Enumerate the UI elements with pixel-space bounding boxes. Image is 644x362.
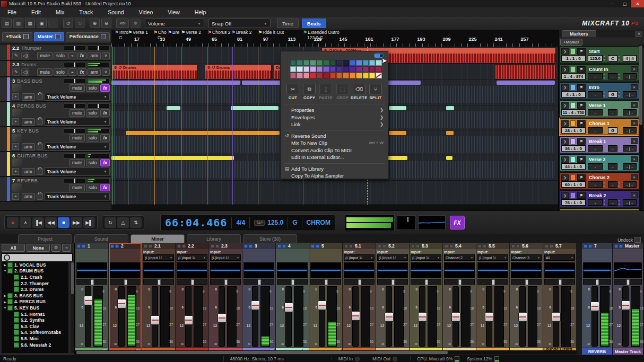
channel-pan-slider[interactable] xyxy=(544,279,575,285)
fader-track[interactable] xyxy=(152,286,158,347)
channel-pan-slider[interactable] xyxy=(143,279,174,285)
metronome-button[interactable]: △ xyxy=(117,217,129,228)
marker-expand-icon[interactable]: ❯ xyxy=(561,174,569,181)
marker-timesig-field[interactable]: - | - xyxy=(623,181,637,188)
master-eq-display[interactable] xyxy=(418,215,446,230)
midi-icon[interactable]: MIDI xyxy=(116,19,129,28)
track-volume-dropdown[interactable]: Track Volume▼ xyxy=(45,192,110,200)
marker-delete-icon[interactable]: ✕ xyxy=(631,120,638,126)
tree-checkbox[interactable] xyxy=(14,275,19,280)
reverb-row[interactable] xyxy=(111,180,558,205)
spinner-control[interactable] xyxy=(603,127,606,134)
color-swatch[interactable] xyxy=(363,60,369,66)
mixer-channel-1[interactable]: 10612∞9182736VOCAL BUS+ xyxy=(75,243,108,355)
go-to-start-button[interactable]: ▐◀ xyxy=(32,217,44,228)
fader-handle[interactable] xyxy=(84,296,93,305)
midi-clip-bar[interactable] xyxy=(126,131,280,135)
select-none-button[interactable]: None xyxy=(27,244,50,252)
channel-eq-display[interactable] xyxy=(143,262,174,278)
marker-key-field[interactable]: - xyxy=(608,181,617,188)
input-select[interactable]: All▼ xyxy=(544,254,575,261)
ruler-marker-flag[interactable]: ⚑Ride it Out xyxy=(258,30,284,35)
ruler-marker-flag[interactable]: ⚑Verse 2 xyxy=(181,30,201,35)
spinner-control[interactable] xyxy=(618,145,621,152)
fader-track[interactable] xyxy=(285,286,292,347)
lock-icon[interactable] xyxy=(37,143,43,150)
color-swatch[interactable] xyxy=(317,73,323,78)
solo-button[interactable]: solo xyxy=(54,68,67,76)
project-icon[interactable]: ▦ xyxy=(25,19,35,28)
copy-button[interactable]: ⧉COPY xyxy=(301,84,317,100)
marker-expand-icon[interactable]: ❯ xyxy=(561,66,569,73)
marker-delete-icon[interactable]: ✕ xyxy=(631,66,638,72)
ruler-marker-flag[interactable]: ⚑Chorus 2 xyxy=(207,30,231,35)
channel-eq-display[interactable] xyxy=(477,262,508,278)
tree-checkbox[interactable] xyxy=(14,317,19,323)
ruler-marker-flag[interactable]: ⚑Intro xyxy=(115,30,128,35)
color-swatch[interactable] xyxy=(356,66,362,72)
fx-button[interactable]: fx xyxy=(100,109,110,117)
channel-name-label[interactable]: REVERB xyxy=(582,348,612,355)
tree-checkbox[interactable] xyxy=(7,305,13,311)
chevron-down-icon[interactable]: ˅ xyxy=(102,68,110,76)
tree-checkbox[interactable] xyxy=(7,262,13,268)
mixer-channel-5.5[interactable]: 5.5Input:(L)Input 1/▼0612∞9182736Mini xyxy=(476,243,509,355)
tree-item[interactable]: 2.1. Crash xyxy=(2,274,68,280)
marker-expand-icon[interactable]: ❯ xyxy=(561,192,569,199)
tree-item[interactable]: 5.4. SoftHornStabs xyxy=(2,330,68,336)
track-volume-dropdown[interactable]: Track Volume▼ xyxy=(45,93,110,101)
markers-close-icon[interactable]: ✕ xyxy=(636,31,642,37)
color-swatch[interactable] xyxy=(297,73,302,78)
color-swatch[interactable] xyxy=(343,66,349,72)
menu-track[interactable]: Track xyxy=(72,9,100,15)
menu-item-mix-to-new-clip[interactable]: Mix To New Clipctrl + W xyxy=(281,139,388,147)
channel-pan-slider[interactable] xyxy=(210,279,241,285)
midi-clip-bar[interactable] xyxy=(446,131,454,135)
marker-item[interactable]: ❯⚑Chorus 1✕28 : 1 : 0-G- | - xyxy=(560,118,639,135)
fader-track[interactable] xyxy=(452,286,459,347)
expand-track-icon[interactable]: + xyxy=(12,93,19,100)
delete-button[interactable]: ⌫DELETE xyxy=(351,84,367,100)
arrange-hscroll-track[interactable] xyxy=(111,205,558,210)
tree-checkbox[interactable] xyxy=(14,330,19,335)
fader-track[interactable] xyxy=(319,286,325,347)
mute-button[interactable]: mute xyxy=(69,109,85,117)
spinner-control[interactable] xyxy=(618,199,621,206)
input-select[interactable]: (L)Input 1/▼ xyxy=(177,254,207,261)
track-volume-dropdown[interactable]: Track Volume▼ xyxy=(45,118,110,126)
tree-item[interactable]: 2.2. Thumper xyxy=(2,280,68,287)
track-volume-slider[interactable] xyxy=(64,62,86,67)
marker-expand-icon[interactable]: ❯ xyxy=(561,84,569,91)
tree-item[interactable]: ▶1. VOCAL BUS xyxy=(2,262,68,268)
marker-timesig-field[interactable]: - | - xyxy=(623,91,637,98)
tab-project[interactable]: Project xyxy=(18,234,72,243)
color-swatch[interactable] xyxy=(330,60,336,66)
fader-handle[interactable] xyxy=(184,315,193,325)
marker-expand-icon[interactable]: ❯ xyxy=(561,48,569,55)
marker-item[interactable]: ❯⚑Verse 2✕44 : 1 : 0--- | - xyxy=(560,154,639,171)
channel-eq-display[interactable] xyxy=(76,262,107,278)
minimize-button[interactable]: ─ xyxy=(606,0,619,7)
marker-delete-icon[interactable]: ✕ xyxy=(631,138,638,144)
lock-icon[interactable] xyxy=(37,93,43,100)
mute-button[interactable]: mute xyxy=(69,159,85,166)
marker-flag-icon[interactable]: ⚑ xyxy=(577,174,586,181)
fader-handle[interactable] xyxy=(351,311,360,321)
go-to-end-button[interactable]: ▶▌ xyxy=(83,217,95,228)
color-swatch[interactable] xyxy=(297,66,302,72)
midi-clip-bar[interactable] xyxy=(446,106,454,110)
menu-edit[interactable]: Edit xyxy=(24,9,48,15)
marker-expand-icon[interactable]: ❯ xyxy=(561,138,569,145)
fx-button[interactable]: fx xyxy=(77,68,87,76)
channel-eq-display[interactable] xyxy=(177,262,207,278)
marker-color-swatch[interactable] xyxy=(570,102,576,109)
spinner-control[interactable] xyxy=(603,145,606,152)
tree-item[interactable]: ▶4. PERCS BUS xyxy=(2,299,68,305)
color-swatch[interactable] xyxy=(330,73,336,78)
fx-button[interactable]: fx xyxy=(100,84,110,92)
cut-button[interactable]: ✂CUT xyxy=(285,84,301,100)
channel-pan-slider[interactable] xyxy=(344,279,375,285)
color-swatch[interactable] xyxy=(350,60,355,66)
fader-track[interactable] xyxy=(419,286,425,347)
spinner-control[interactable] xyxy=(618,109,621,116)
